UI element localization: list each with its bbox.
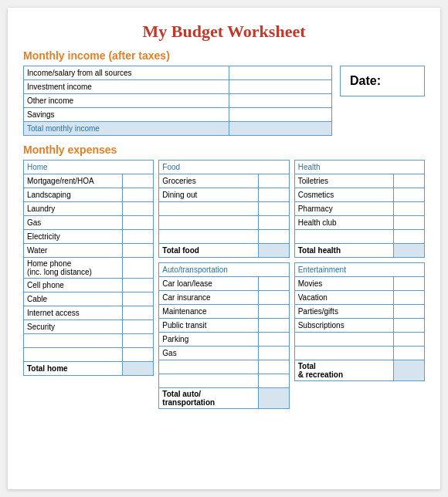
health-row-0-label: Toiletries [294,174,393,188]
home-row-11: Security [24,320,154,334]
auto-row-1-value[interactable] [258,291,289,305]
ent-row-3-label: Subscriptions [294,319,393,333]
auto-cat-label: Auto/transportation [159,263,289,277]
health-row-0-value[interactable] [393,174,424,188]
ent-row-1-value[interactable] [393,291,424,305]
home-row-3-label: Gas [24,216,123,230]
ent-row-0-label: Movies [294,277,393,291]
income-table: Income/salary from all sources Investmen… [23,66,332,136]
auto-total-row: Total auto/transportation [159,388,289,409]
home-row-6-value[interactable] [123,258,154,279]
home-row-10: Internet access [24,306,154,320]
food-col: Food Groceries Dining out [158,160,289,409]
auto-row-4-value[interactable] [258,333,289,347]
home-row-3-value[interactable] [123,216,154,230]
ent-row-2: Parties/gifts [294,305,424,319]
income-section-title: Monthly income (after taxes) [23,49,425,62]
income-row-1-label: Income/salary from all sources [24,66,229,80]
income-row-4-label: Savings [24,108,229,122]
health-total-value[interactable] [393,244,424,258]
ent-row-0: Movies [294,277,424,291]
health-row-2-value[interactable] [393,202,424,216]
income-total-label: Total monthly income [24,122,229,136]
home-empty-1-value[interactable] [123,334,154,348]
home-row-6: Home phone(inc. long distance) [24,258,154,279]
income-row-2: Investment income [24,80,332,94]
ent-row-3-value[interactable] [393,319,424,333]
home-row-3: Gas [24,216,154,230]
food-row-0-value[interactable] [258,174,289,188]
auto-row-5: Gas [159,347,289,360]
food-row-1-value[interactable] [258,188,289,202]
home-row-1-label: Landscaping [24,188,123,202]
auto-row-5-value[interactable] [258,347,289,360]
home-row-9-value[interactable] [123,292,154,306]
health-row-3-value[interactable] [393,216,424,230]
ent-row-1: Vacation [294,291,424,305]
income-total-row: Total monthly income [24,122,332,136]
auto-row-0-value[interactable] [258,277,289,291]
income-row-2-value[interactable] [229,80,332,94]
auto-empty-2 [159,374,289,388]
home-empty-2 [24,348,154,362]
health-col: Health Toiletries Cosmetics Pharmacy [294,160,425,381]
home-col: Home Mortgage/rent/HOA Landscaping Laund… [23,160,154,376]
expenses-section: Home Mortgage/rent/HOA Landscaping Laund… [23,160,425,409]
auto-row-5-label: Gas [159,347,258,360]
income-row-4: Savings [24,108,332,122]
home-row-10-value[interactable] [123,306,154,320]
food-row-0: Groceries [159,174,289,188]
home-row-8-value[interactable] [123,279,154,292]
health-cat-header: Health [294,161,424,174]
home-empty-1-label [24,334,123,348]
food-row-1-label: Dining out [159,188,258,202]
income-row-4-value[interactable] [229,108,332,122]
home-row-9: Cable [24,292,154,306]
home-row-11-value[interactable] [123,320,154,334]
income-row-1: Income/salary from all sources [24,66,332,80]
health-total-label: Total health [294,244,393,258]
home-row-9-label: Cable [24,292,123,306]
date-label: Date: [350,74,381,88]
home-cat-label: Home [24,161,154,174]
auto-row-2: Maintenance [159,305,289,319]
home-total-value[interactable] [123,362,154,376]
ent-total-value[interactable] [393,360,424,381]
auto-total-value[interactable] [258,388,289,409]
home-row-4: Electricity [24,230,154,244]
home-row-4-value[interactable] [123,230,154,244]
home-row-0-label: Mortgage/rent/HOA [24,174,123,188]
income-row-3-label: Other income [24,94,229,108]
home-row-4-label: Electricity [24,230,123,244]
date-box: Date: [340,66,425,96]
health-row-1-value[interactable] [393,188,424,202]
home-row-6-label: Home phone(inc. long distance) [24,258,123,279]
health-total-row: Total health [294,244,424,258]
home-row-0-value[interactable] [123,174,154,188]
auto-row-1: Car insurance [159,291,289,305]
home-empty-2-value[interactable] [123,348,154,362]
income-row-3-value[interactable] [229,94,332,108]
home-empty-2-label [24,348,123,362]
ent-row-2-value[interactable] [393,305,424,319]
home-row-8-label: Cell phone [24,279,123,292]
income-row-3: Other income [24,94,332,108]
auto-row-4-label: Parking [159,333,258,347]
income-row-1-value[interactable] [229,66,332,80]
home-row-2-value[interactable] [123,202,154,216]
entertainment-cat-label: Entertainment [294,263,424,277]
auto-row-2-value[interactable] [258,305,289,319]
home-row-11-label: Security [24,320,123,334]
food-total-value[interactable] [258,244,289,258]
income-total-value[interactable] [229,122,332,136]
auto-table: Auto/transportation Car loan/lease Car i… [158,262,289,409]
home-row-5-value[interactable] [123,244,154,258]
home-row-8: Cell phone [24,279,154,292]
auto-row-3-label: Public transit [159,319,258,333]
home-cat-header: Home [24,161,154,174]
auto-row-0: Car loan/lease [159,277,289,291]
ent-row-2-label: Parties/gifts [294,305,393,319]
auto-row-3-value[interactable] [258,319,289,333]
home-row-1-value[interactable] [123,188,154,202]
ent-row-0-value[interactable] [393,277,424,291]
